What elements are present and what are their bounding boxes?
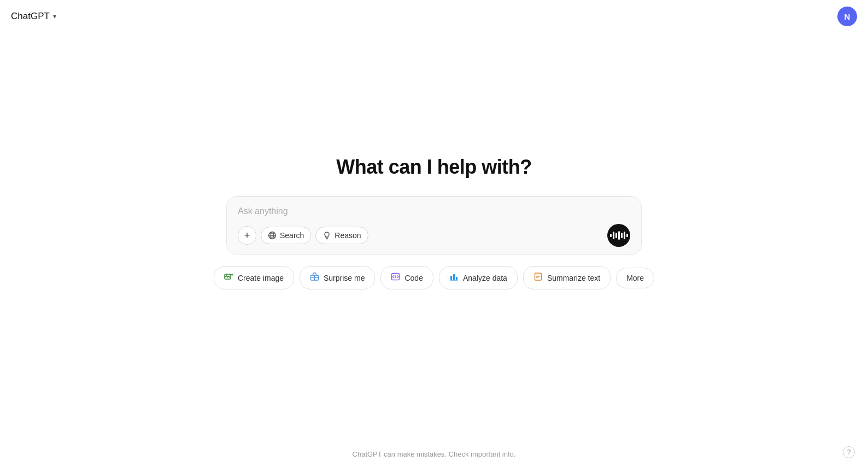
lightbulb-icon [322,231,331,240]
svg-point-8 [226,275,227,276]
action-buttons: Create image Surprise me [214,266,654,289]
analyze-data-button[interactable]: Analyze data [439,266,518,289]
code-label: Code [404,274,423,282]
attach-button[interactable]: + [238,226,256,245]
analyze-data-label: Analyze data [463,274,507,282]
send-button[interactable] [607,224,630,247]
svg-rect-14 [450,276,452,280]
code-icon [391,272,400,283]
more-label: More [626,274,644,282]
plus-icon: + [244,230,250,241]
header: ChatGPT ▾ N [0,0,868,33]
code-button[interactable]: Code [380,266,433,289]
svg-rect-16 [456,277,458,280]
surprise-me-button[interactable]: Surprise me [300,266,375,289]
reason-button[interactable]: Reason [315,227,368,244]
create-image-label: Create image [238,274,284,282]
app-title: ChatGPT [11,11,50,22]
footer-disclaimer: ChatGPT can make mistakes. Check importa… [353,450,516,458]
svg-rect-15 [453,274,455,280]
surprise-icon [310,272,319,283]
surprise-me-label: Surprise me [324,274,365,282]
main-heading: What can I help with? [336,156,532,179]
search-label: Search [280,231,304,240]
help-icon: ? [847,448,851,456]
create-image-icon [224,272,233,283]
footer: ChatGPT can make mistakes. Check importa… [0,450,868,458]
chevron-down-icon: ▾ [53,13,56,20]
app-title-button[interactable]: ChatGPT ▾ [11,11,56,22]
summarize-text-button[interactable]: Summarize text [523,266,611,289]
create-image-button[interactable]: Create image [214,266,294,289]
input-container: + Search Reason [226,196,642,255]
search-button[interactable]: Search [261,227,311,244]
help-button[interactable]: ? [843,446,855,458]
soundwave-icon [610,230,628,240]
analyze-icon [449,272,459,283]
more-button[interactable]: More [616,268,654,288]
avatar[interactable]: N [837,7,857,26]
chat-input[interactable] [238,206,630,223]
reason-label: Reason [335,231,361,240]
svg-line-13 [395,275,396,279]
main-content: What can I help with? + Search [0,0,868,467]
summarize-text-label: Summarize text [547,274,600,282]
globe-icon [268,231,277,240]
input-toolbar: + Search Reason [238,224,630,247]
summarize-icon [533,272,543,283]
